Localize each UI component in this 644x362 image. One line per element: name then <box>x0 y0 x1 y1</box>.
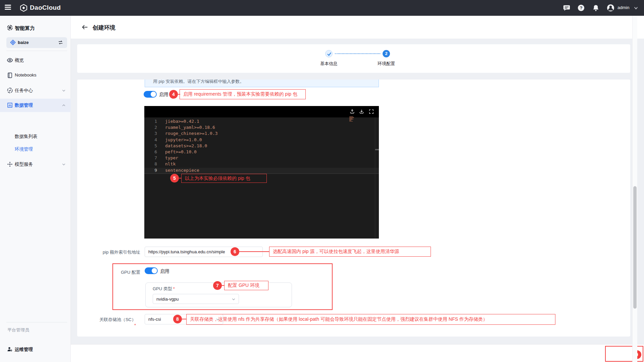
username-label[interactable]: admin <box>617 5 629 10</box>
step1-completed-check-icon <box>325 50 333 57</box>
sidebar-subitem-environment-management[interactable]: 环境管理 <box>0 143 71 155</box>
step2-label: 环境配置 <box>366 61 406 67</box>
editor-scrollbar-track <box>375 117 375 239</box>
required-asterisk: * <box>134 323 136 328</box>
sidebar-item-label: 概览 <box>15 57 24 63</box>
requirements-toggle[interactable] <box>144 91 157 98</box>
page-scrollbar-track[interactable] <box>632 16 637 362</box>
brand-name: DaoCloud <box>30 4 61 11</box>
code-line[interactable]: 3rouge_chinese>=1.0.3 <box>144 131 379 137</box>
step1-label: 基本信息 <box>309 61 349 67</box>
code-line[interactable]: 4jupyter>=1.0.0 <box>144 137 379 143</box>
line-text: sentencepiece <box>165 168 199 173</box>
annotation-circle-5: 5 <box>170 174 179 183</box>
line-number: 2 <box>151 125 157 130</box>
line-text: rouge_chinese>=1.0.3 <box>165 131 218 136</box>
editor-lines[interactable]: 1jieba>=0.42.1 2ruamel_yaml>=0.18.6 3rou… <box>144 119 379 174</box>
code-line[interactable]: 6peft>=0.10.0 <box>144 149 379 155</box>
footer-action-bar <box>71 344 644 362</box>
code-line[interactable]: 1jieba>=0.42.1 <box>144 119 379 125</box>
notification-bell-icon[interactable] <box>592 4 600 12</box>
pip-index-label: pip 额外索引包地址 <box>93 249 140 255</box>
line-number: 4 <box>151 137 157 142</box>
code-line[interactable]: 7typer <box>144 155 379 161</box>
back-arrow-icon[interactable] <box>82 24 88 31</box>
daocloud-logo-icon <box>19 4 28 12</box>
workspace-icon <box>10 40 16 45</box>
sidebar: 智能算力 baize 概览 Notebooks <box>0 16 71 362</box>
sidebar-item-model-services[interactable]: 模型服务 <box>0 158 71 171</box>
role-label: 平台管理员 <box>7 327 29 333</box>
admin-gear-icon <box>7 346 13 353</box>
line-number: 7 <box>151 155 157 160</box>
line-text: typer <box>165 155 178 160</box>
stepper-card: 2 基本信息 环境配置 <box>77 44 630 73</box>
annotation-circle-8: 8 <box>173 315 182 323</box>
sidebar-item-notebooks[interactable]: Notebooks <box>0 69 71 82</box>
line-text: jieba>=0.42.1 <box>165 119 199 124</box>
annotation-box-4: 启用 requirements 管理，预装本实验需要依赖的 pip 包 <box>180 89 306 99</box>
annotation-box-7: 配置 GPU 环境 <box>224 281 268 290</box>
editor-toolbar <box>144 106 379 117</box>
notebook-icon <box>7 72 13 79</box>
requirements-code-editor[interactable]: 1jieba>=0.42.1 2ruamel_yaml>=0.18.6 3rou… <box>144 106 379 239</box>
line-number: 1 <box>151 119 157 124</box>
pip-hint-box: 用 pip 安装依赖。请在下方编辑框中输入参数。 <box>145 80 379 87</box>
sidebar-divider <box>6 322 67 322</box>
chevron-up-icon <box>62 103 66 107</box>
sidebar-item-label: 模型服务 <box>15 161 33 167</box>
annotation-box-6: 选配高速国内 pip 源，可以使拉包速度飞起，这里使用清华源 <box>269 247 431 257</box>
sidebar-divider <box>6 51 67 51</box>
line-number: 8 <box>151 161 157 166</box>
pip-hint-text: 用 pip 安装依赖。请在下方编辑框中输入参数。 <box>153 80 244 85</box>
line-text: jupyter>=1.0.0 <box>165 137 202 142</box>
annotation-circle-6: 6 <box>231 247 239 256</box>
fullscreen-icon[interactable] <box>368 109 374 114</box>
annotation-line-8 <box>182 319 187 319</box>
annotation-circle-4: 4 <box>169 90 178 99</box>
top-navbar: DaoCloud ? admin <box>0 0 644 16</box>
sidebar-item-label: 数据管理 <box>15 102 33 108</box>
stepper-connector <box>335 53 380 54</box>
code-line-active[interactable]: 9sentencepiece <box>144 168 379 174</box>
help-icon[interactable]: ? <box>577 4 585 12</box>
user-avatar-icon[interactable] <box>607 4 614 12</box>
workspace-name: baize <box>18 40 29 45</box>
workspace-selector[interactable]: baize <box>6 37 67 48</box>
sidebar-module-header: 智能算力 <box>0 23 71 34</box>
line-text: peft>=0.10.0 <box>165 149 197 154</box>
line-number: 3 <box>151 131 157 136</box>
code-line[interactable]: 5datasets>=2.18.0 <box>144 143 379 149</box>
sidebar-item-operations-management[interactable]: 运维管理 <box>0 343 71 356</box>
page-scrollbar-thumb[interactable] <box>633 186 637 309</box>
page-title: 创建环境 <box>93 24 115 32</box>
chevron-down-icon <box>62 162 66 166</box>
line-number: 5 <box>151 143 157 148</box>
user-menu-chevron-down-icon[interactable] <box>634 6 638 10</box>
editor-scrollbar-thumb[interactable] <box>375 149 379 150</box>
sidebar-item-label: Notebooks <box>15 72 37 77</box>
hamburger-menu-icon[interactable] <box>5 5 11 10</box>
sidebar-item-task-center[interactable]: 任务中心 <box>0 84 71 97</box>
annotation-box-5: 以上为本实验必须依赖的 pip 包 <box>181 174 267 183</box>
sidebar-subitem-dataset-list[interactable]: 数据集列表 <box>0 130 71 142</box>
editor-minimap <box>349 116 354 122</box>
svg-text:?: ? <box>580 5 582 10</box>
sidebar-subitem-label: 数据集列表 <box>15 134 38 140</box>
storage-class-label: 关联存储池（SC）* <box>97 317 136 328</box>
code-line[interactable]: 2ruamel_yaml>=0.18.6 <box>144 125 379 131</box>
sidebar-item-data-management[interactable]: 数据管理 <box>0 99 71 112</box>
sidebar-item-label: 运维管理 <box>15 347 33 353</box>
eye-icon <box>7 57 13 63</box>
line-text: datasets>=2.18.0 <box>165 143 207 148</box>
upload-icon[interactable] <box>349 109 355 114</box>
feedback-icon[interactable] <box>563 4 571 12</box>
sidebar-item-overview[interactable]: 概览 <box>0 54 71 67</box>
line-number: 9 <box>151 168 157 173</box>
workspace-switch-icon[interactable] <box>58 40 64 46</box>
app-root: DaoCloud ? admin 智能算力 baize <box>0 0 644 362</box>
code-line[interactable]: 8nltk <box>144 161 379 167</box>
download-icon[interactable] <box>359 109 364 114</box>
bar-chart-icon <box>7 102 13 108</box>
model-services-icon <box>7 161 13 167</box>
